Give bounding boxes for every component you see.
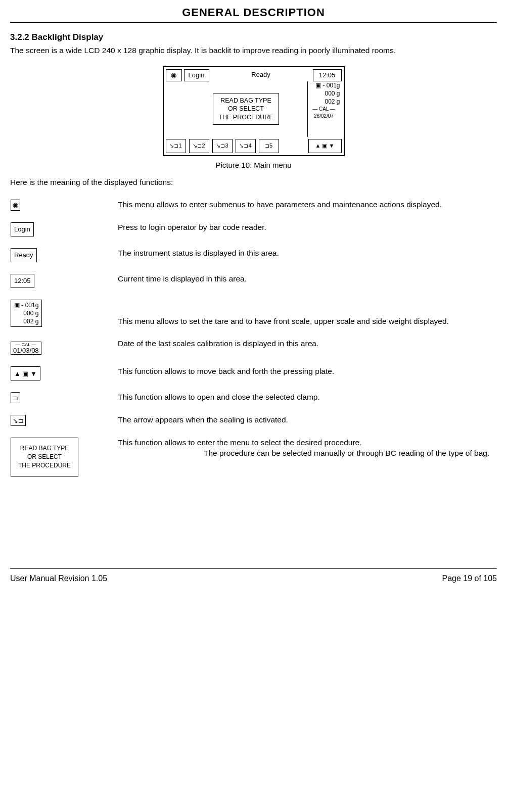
lcd-msg-line: READ BAG TYPE [218, 97, 273, 105]
lcd-clamp-button: ⊐5 [259, 139, 279, 153]
cal-icon: — CAL — 01/03/08 [11, 342, 41, 355]
fn-ready-desc: The instrument status is displayed in th… [117, 248, 497, 273]
lcd-weight-panel: ▣ - 001g 000 g 002 g — CAL — 28/02/07 [307, 81, 342, 137]
section-number: 3.2.2 [10, 32, 29, 42]
page-header: GENERAL DESCRIPTION [10, 5, 497, 23]
functions-intro: Here is the meaning of the displayed fun… [10, 177, 497, 188]
intro-paragraph: The screen is a wide LCD 240 x 128 graph… [10, 45, 497, 56]
time-icon: 12:05 [11, 274, 34, 288]
ready-icon: Ready [11, 248, 37, 262]
lcd-figure: ◉ Login Ready 12:05 READ BAG TYPE OR SEL… [163, 66, 345, 170]
plate-icon: ▲ ▣ ▼ [11, 366, 40, 380]
fn-login-desc: Press to login operator by bar code read… [117, 222, 497, 248]
fn-cal-desc: Date of the last scales calibration is d… [117, 338, 497, 366]
procedure-icon: READ BAG TYPE OR SELECT THE PROCEDURE [11, 438, 78, 476]
lcd-clamp-button: ↘⊐4 [236, 139, 256, 153]
footer-left: User Manual Revision 1.05 [10, 573, 107, 584]
eye-icon: ◉ [11, 200, 20, 211]
lcd-cal-date: 28/02/07 [308, 113, 340, 120]
section-heading: 3.2.2 Backlight Display [10, 32, 497, 43]
lcd-ready: Ready [211, 69, 311, 80]
fn-proc-desc: This function allows to enter the menu t… [117, 437, 497, 487]
fn-seal-desc: The arrow appears when the sealing is ac… [117, 414, 497, 437]
functions-table: ◉ This menu allows to enter submenus to … [10, 199, 497, 488]
section-title: Backlight Display [32, 32, 104, 42]
lcd-clamp-button: ↘⊐2 [189, 139, 209, 153]
login-icon: Login [11, 222, 34, 236]
lcd-clamp-button: ↘⊐1 [166, 139, 186, 153]
lcd-weight-line: - 001g [322, 82, 340, 89]
lcd-message-box: READ BAG TYPE OR SELECT THE PROCEDURE [213, 93, 279, 125]
lcd-msg-line: OR SELECT [218, 105, 273, 113]
seal-icon: ↘⊐ [11, 415, 26, 426]
lcd-weight-line: 000 g [308, 89, 340, 98]
fn-weight-desc: This menu allows to set the tare and to … [117, 299, 497, 339]
figure-caption: Picture 10: Main menu [163, 160, 345, 170]
lcd-weight-line: 002 g [308, 98, 340, 106]
lcd-plate-control: ▲ ▣ ▼ [308, 139, 342, 153]
lcd-cal-label: CAL [319, 106, 329, 112]
lcd-login: Login [184, 69, 209, 81]
lcd-msg-line: THE PROCEDURE [218, 113, 273, 121]
fn-clamp-desc: This function allows to open and close t… [117, 392, 497, 414]
clamp-icon: ⊐ [11, 392, 20, 403]
weight-icon: ▣ - 001g 000 g 002 g [11, 300, 42, 327]
fn-proc-desc-b: The procedure can be selected manually o… [118, 448, 496, 459]
fn-eye-desc: This menu allows to enter submenus to ha… [117, 199, 497, 222]
eye-icon: ◉ [166, 69, 182, 81]
lcd-time: 12:05 [313, 69, 342, 81]
lcd-clamp-button: ↘⊐3 [212, 139, 233, 153]
footer-right: Page 19 of 105 [442, 573, 497, 584]
page-footer: User Manual Revision 1.05 Page 19 of 105 [10, 568, 497, 584]
fn-time-desc: Current time is displayed in this area. [117, 273, 497, 299]
fn-plate-desc: This function allows to move back and fo… [117, 366, 497, 392]
fn-proc-desc-a: This function allows to enter the menu t… [118, 438, 362, 447]
lcd-frame: ◉ Login Ready 12:05 READ BAG TYPE OR SEL… [163, 66, 345, 156]
